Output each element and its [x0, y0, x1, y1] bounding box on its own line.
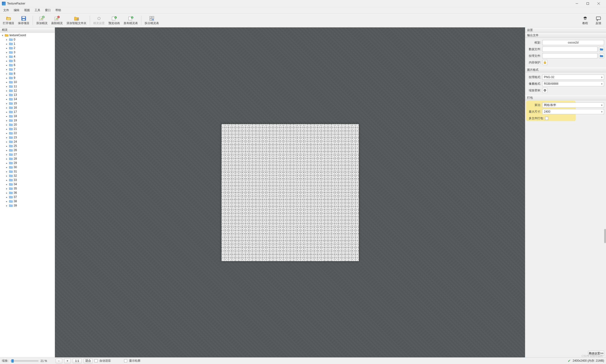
tree-folder-item[interactable]: ▸25: [0, 144, 55, 148]
data-file-input[interactable]: [542, 47, 597, 52]
zoom-slider[interactable]: [10, 360, 39, 362]
tree-folder-item[interactable]: ▸35: [0, 186, 55, 191]
algorithm-select[interactable]: 网格/条带▾: [542, 103, 604, 108]
tree-folder-item[interactable]: ▸18: [0, 114, 55, 118]
tree-folder-item[interactable]: ▸21: [0, 127, 55, 131]
texture-file-input[interactable]: [542, 53, 597, 58]
tree-folder-item[interactable]: ▸37: [0, 195, 55, 199]
tree-folder-item[interactable]: ▸0: [0, 37, 55, 42]
tree-folder-item[interactable]: ▸26: [0, 148, 55, 152]
tree-folder-item[interactable]: ▸9: [0, 76, 55, 80]
feedback-button[interactable]: 反馈: [592, 14, 605, 27]
tree-folder-item[interactable]: ▸20: [0, 122, 55, 127]
folder-icon: [9, 127, 13, 130]
auto-fit-checkbox[interactable]: [95, 359, 97, 362]
tree-folder-item[interactable]: ▸33: [0, 178, 55, 182]
menu-file[interactable]: 文件: [1, 7, 11, 13]
tree-folder-item[interactable]: ▸30: [0, 165, 55, 169]
tree-folder-item[interactable]: ▸13: [0, 93, 55, 97]
tree-folder-item[interactable]: ▸27: [0, 152, 55, 156]
chevron-right-icon: ▸: [5, 166, 8, 169]
tree-folder-item[interactable]: ▸24: [0, 140, 55, 144]
tree-folder-item[interactable]: ▸4: [0, 54, 55, 59]
tree-folder-item[interactable]: ▸38: [0, 199, 55, 203]
tree-folder-item[interactable]: ▸8: [0, 71, 55, 76]
tree-folder-item[interactable]: ▸19: [0, 118, 55, 122]
tree-folder-item[interactable]: ▸10: [0, 80, 55, 84]
publish-button[interactable]: 发布精灵表: [122, 14, 140, 27]
tree-folder-item[interactable]: ▸14: [0, 97, 55, 101]
folder-icon: [9, 119, 13, 122]
menu-help[interactable]: 帮助: [53, 7, 63, 13]
tree-folder-item[interactable]: ▸6: [0, 63, 55, 67]
tree-folder-item[interactable]: ▸34: [0, 182, 55, 186]
folder-icon: [9, 161, 13, 165]
folder-icon: [9, 38, 13, 41]
split-sheet-button[interactable]: 拆分精灵表: [143, 14, 161, 27]
minimize-button[interactable]: [571, 0, 582, 7]
multipack-checkbox[interactable]: [545, 117, 548, 120]
open-project-label: 打开项目: [3, 21, 14, 25]
close-button[interactable]: [593, 0, 604, 7]
max-size-select[interactable]: 2400▾: [542, 109, 604, 114]
zoom-slider-thumb[interactable]: [11, 359, 14, 363]
tree-folder-label: 27: [14, 153, 17, 156]
data-file-browse-button[interactable]: [599, 47, 604, 52]
tree-folder-item[interactable]: ▸28: [0, 156, 55, 161]
zoom-out-button[interactable]: -: [56, 359, 62, 363]
folder-icon: [9, 187, 13, 190]
tree-folder-item[interactable]: ▸29: [0, 161, 55, 165]
tree-folder-item[interactable]: ▸17: [0, 110, 55, 114]
tree-folder-item[interactable]: ▸7: [0, 67, 55, 71]
tree-folder-item[interactable]: ▸31: [0, 169, 55, 174]
chevron-right-icon: ▸: [5, 170, 8, 173]
sprite-settings-button[interactable]: 精灵设置: [91, 14, 107, 27]
tree-folder-item[interactable]: ▸32: [0, 174, 55, 178]
preview-anim-button[interactable]: 预览动画: [107, 14, 122, 27]
folder-icon: [9, 89, 13, 92]
menu-edit[interactable]: 编辑: [11, 7, 22, 13]
tree-folder-item[interactable]: ▸11: [0, 84, 55, 89]
tree-folder-item[interactable]: ▸39: [0, 203, 55, 208]
tree-folder-item[interactable]: ▸1: [0, 42, 55, 46]
tree-folder-item[interactable]: ▸16: [0, 105, 55, 110]
max-size-value: 2400: [544, 110, 550, 113]
toolbar-separator: [33, 16, 33, 25]
scale-variant-button[interactable]: [542, 88, 548, 93]
zoom-1to1-button[interactable]: 1:1: [73, 359, 82, 363]
scale-variant-label: 缩放变体:: [527, 89, 541, 92]
tree-folder-item[interactable]: ▸3: [0, 50, 55, 54]
show-outline-checkbox[interactable]: [124, 359, 127, 362]
zoom-fit-button[interactable]: 适合: [83, 359, 93, 363]
output-section-title: 输出文件: [525, 33, 606, 38]
framework-select[interactable]: cocos2d: [542, 40, 604, 45]
right-scrollbar[interactable]: [604, 229, 606, 243]
maximize-button[interactable]: [582, 0, 593, 7]
menu-view[interactable]: 视图: [22, 7, 32, 13]
tutorial-button[interactable]: 教程: [578, 14, 592, 27]
tree-folder-item[interactable]: ▸15: [0, 101, 55, 105]
save-project-button[interactable]: 保存项目: [16, 14, 31, 27]
add-sprite-button[interactable]: 添加精灵: [34, 14, 50, 27]
pixel-format-select[interactable]: RGBA8888▾: [542, 81, 604, 86]
canvas-viewport[interactable]: [55, 27, 525, 357]
tree-folder-item[interactable]: ▸23: [0, 135, 55, 140]
menu-tools[interactable]: 工具: [32, 7, 43, 13]
texture-file-browse-button[interactable]: [599, 53, 604, 58]
chevron-down-icon: ▾: [601, 76, 603, 78]
sprite-tree[interactable]: ▾textureCoord▸0▸1▸2▸3▸4▸5▸6▸7▸8▸9▸10▸11▸…: [0, 33, 55, 357]
tree-folder-item[interactable]: ▸12: [0, 89, 55, 93]
open-project-button[interactable]: 打开项目: [1, 14, 16, 27]
tree-folder-item[interactable]: ▸5: [0, 59, 55, 63]
tree-folder-item[interactable]: ▸2: [0, 46, 55, 50]
protect-button[interactable]: [542, 60, 548, 65]
texture-format-select[interactable]: PNG-32▾: [542, 75, 604, 80]
tree-root[interactable]: ▾textureCoord: [0, 33, 55, 37]
tree-folder-item[interactable]: ▸36: [0, 191, 55, 195]
add-smart-folder-button[interactable]: 添加智能文件夹: [65, 14, 88, 27]
chevron-right-icon: ▸: [5, 77, 8, 79]
remove-sprite-button[interactable]: 剔除精灵: [50, 14, 65, 27]
zoom-in-button[interactable]: +: [64, 359, 71, 363]
tree-folder-item[interactable]: ▸22: [0, 131, 55, 135]
menu-window[interactable]: 窗口: [43, 7, 53, 13]
